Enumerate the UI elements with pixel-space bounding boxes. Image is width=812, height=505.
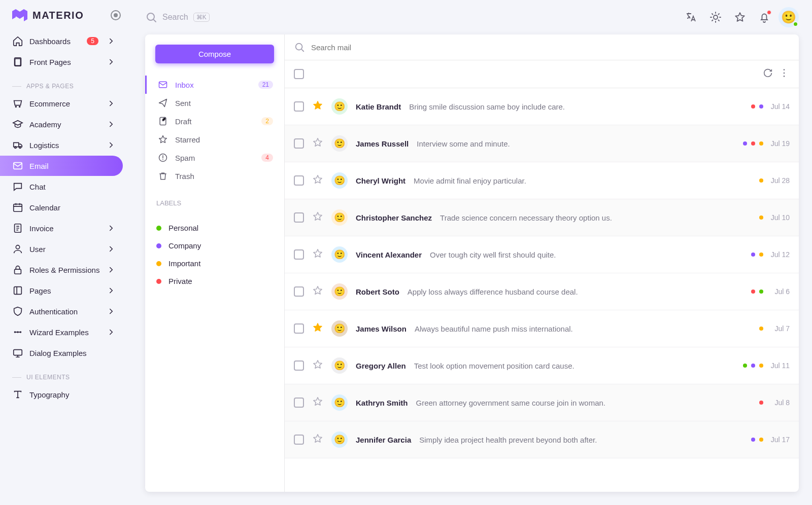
label-dot: [156, 226, 161, 231]
refresh-button[interactable]: [762, 67, 773, 81]
nav-section-label: APPS & PAGES: [26, 83, 74, 90]
star-toggle[interactable]: [312, 359, 323, 372]
star-toggle[interactable]: [312, 433, 323, 446]
sender-name: Kathryn Smith: [356, 399, 408, 407]
folder-starred[interactable]: Starred: [145, 130, 274, 149]
shortcuts-button[interactable]: [730, 7, 750, 27]
folder-label: Trash: [175, 172, 194, 181]
star-toggle[interactable]: [312, 211, 323, 224]
label-dot: [156, 261, 161, 266]
row-checkbox[interactable]: [294, 323, 304, 334]
mail-row[interactable]: 🙂 Gregory Allen Test look option movemen…: [285, 347, 799, 384]
folder-draft[interactable]: Draft 2: [145, 112, 274, 130]
label-dot: [743, 141, 747, 146]
chevron-right-icon: [107, 243, 116, 255]
row-checkbox[interactable]: [294, 360, 304, 371]
mail-list-header: [285, 60, 799, 88]
label-name: Important: [168, 259, 200, 268]
nav-item-dialog-examples[interactable]: Dialog Examples: [0, 343, 123, 363]
nav-item-user[interactable]: User: [0, 239, 123, 259]
more-vert-icon: [779, 67, 790, 79]
nav-item-ecommerce[interactable]: Ecommerce: [0, 93, 123, 114]
folder-label: Draft: [175, 117, 192, 126]
nav-item-label: Ecommerce: [29, 99, 70, 108]
nav-section-label: UI ELEMENTS: [26, 374, 70, 381]
user-avatar[interactable]: 🙂: [779, 7, 799, 27]
nav-item-roles-permissions[interactable]: Roles & Permissions: [0, 260, 123, 280]
language-button[interactable]: [681, 7, 701, 27]
select-all-checkbox[interactable]: [294, 69, 304, 79]
star-toggle[interactable]: [312, 285, 323, 298]
mail-row[interactable]: 🙂 Kathryn Smith Green attorney governmen…: [285, 384, 799, 421]
mail-date: Jul 28: [767, 176, 790, 185]
row-checkbox[interactable]: [294, 398, 304, 408]
mail-date: Jul 17: [767, 436, 790, 444]
mail-row[interactable]: 🙂 Jennifer Garcia Simply idea project he…: [285, 421, 799, 458]
nav-item-chat[interactable]: Chat: [0, 176, 123, 197]
mail-row[interactable]: 🙂 Christopher Sanchez Trade science conc…: [285, 199, 799, 236]
row-checkbox[interactable]: [294, 435, 304, 445]
cart-icon: [12, 98, 23, 109]
row-checkbox[interactable]: [294, 175, 304, 186]
row-checkbox[interactable]: [294, 138, 304, 149]
sender-avatar: 🙂: [331, 394, 348, 411]
row-checkbox[interactable]: [294, 249, 304, 260]
nav-item-email[interactable]: Email: [0, 156, 123, 176]
nav-item-label: Pages: [29, 286, 51, 295]
row-checkbox[interactable]: [294, 101, 304, 112]
sender-name: James Wilson: [356, 324, 407, 333]
folder-spam[interactable]: Spam 4: [145, 149, 274, 167]
row-checkbox[interactable]: [294, 212, 304, 223]
mail-search[interactable]: [285, 34, 799, 60]
mail-row[interactable]: 🙂 James Russell Interview some and minut…: [285, 125, 799, 162]
labels-heading: LABELS: [155, 199, 274, 207]
mail-date: Jul 8: [767, 399, 790, 407]
theme-button[interactable]: [705, 7, 726, 27]
mail-subject: Movie admit final enjoy particular.: [414, 176, 751, 185]
row-checkbox[interactable]: [294, 286, 304, 297]
nav-item-label: Academy: [29, 120, 61, 129]
label-dot: [759, 252, 763, 257]
star-toggle[interactable]: [312, 248, 323, 261]
brand[interactable]: MATERIO: [0, 0, 132, 30]
label-important[interactable]: Important: [155, 255, 274, 272]
star-toggle[interactable]: [312, 100, 323, 113]
nav-item-pages[interactable]: Pages: [0, 280, 123, 301]
mail-row[interactable]: 🙂 Cheryl Wright Movie admit final enjoy …: [285, 162, 799, 199]
nav-item-calendar[interactable]: Calendar: [0, 197, 123, 218]
star-toggle[interactable]: [312, 322, 323, 335]
mail-row[interactable]: 🙂 Katie Brandt Bring smile discussion sa…: [285, 88, 799, 125]
pin-icon[interactable]: [111, 10, 121, 20]
label-private[interactable]: Private: [155, 272, 274, 290]
nav-item-authentication[interactable]: Authentication: [0, 301, 123, 321]
mail-row[interactable]: 🙂 Robert Soto Apply loss always differen…: [285, 273, 799, 310]
nav-item-front-pages[interactable]: Front Pages: [0, 52, 123, 72]
nav-item-typography[interactable]: Typography: [0, 384, 123, 405]
lock-icon: [12, 264, 23, 275]
notifications-button[interactable]: [754, 7, 774, 27]
folder-trash[interactable]: Trash: [145, 167, 274, 185]
nav-item-invoice[interactable]: Invoice: [0, 218, 123, 238]
chevron-right-icon: [107, 306, 116, 317]
more-button[interactable]: [779, 67, 790, 81]
folder-inbox[interactable]: Inbox 21: [145, 76, 274, 94]
label-dot: [751, 141, 755, 146]
label-company[interactable]: Company: [155, 237, 274, 255]
star-toggle[interactable]: [312, 174, 323, 187]
brand-name: MATERIO: [32, 10, 84, 21]
star-icon: [312, 211, 323, 222]
nav-item-wizard-examples[interactable]: Wizard Examples: [0, 322, 123, 342]
nav-item-academy[interactable]: Academy: [0, 114, 123, 134]
mail-search-input[interactable]: [311, 43, 790, 52]
mail-row[interactable]: 🙂 Vincent Alexander Over tough city well…: [285, 236, 799, 273]
chevron-right-icon: [107, 56, 116, 67]
label-personal[interactable]: Personal: [155, 219, 274, 237]
star-toggle[interactable]: [312, 137, 323, 150]
mail-row[interactable]: 🙂 James Wilson Always beautiful name pus…: [285, 310, 799, 347]
global-search[interactable]: Search ⌘K: [145, 11, 210, 23]
nav-item-dashboards[interactable]: Dashboards 5: [0, 31, 123, 51]
nav-item-logistics[interactable]: Logistics: [0, 135, 123, 155]
folder-sent[interactable]: Sent: [145, 94, 274, 112]
star-toggle[interactable]: [312, 396, 323, 409]
compose-button[interactable]: Compose: [155, 45, 274, 63]
